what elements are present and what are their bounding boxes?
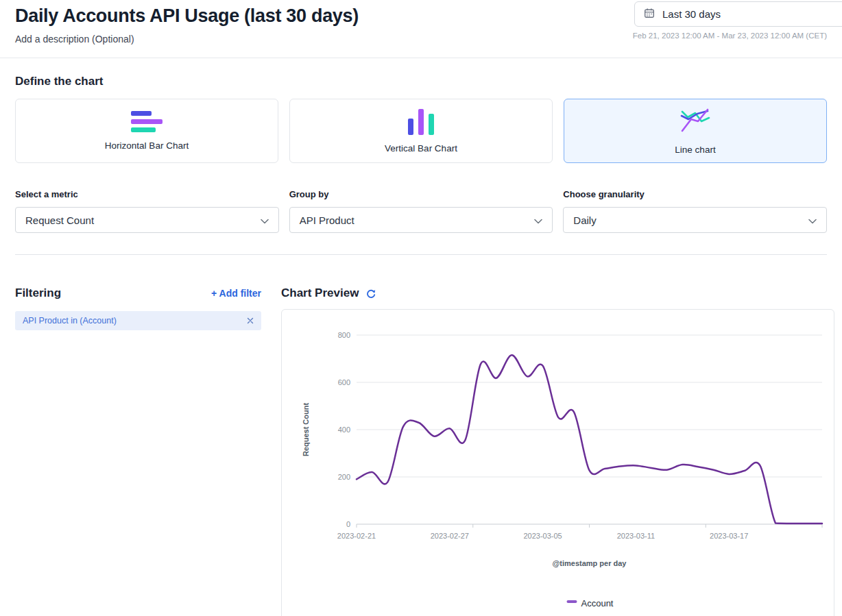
group-by-value: API Product [300,214,354,226]
granularity-select[interactable]: Daily [563,207,827,233]
date-range-picker[interactable]: Last 30 days [634,1,842,27]
chart-type-cards: Horizontal Bar Chart Vertical Bar Chart … [15,99,827,163]
line-chart-icon [679,108,711,136]
define-chart-heading: Define the chart [15,75,827,88]
section-divider [15,254,827,255]
metric-control: Select a metric Request Count [15,189,279,233]
group-by-select[interactable]: API Product [289,207,553,233]
group-by-label: Group by [289,189,553,199]
filter-chip[interactable]: API Product in (Account) [15,311,261,330]
preview-chart-svg: 02004006008002023-02-212023-02-272023-03… [282,310,834,616]
date-range-label: Last 30 days [662,8,721,20]
svg-text:2023-03-05: 2023-03-05 [523,532,562,540]
svg-text:600: 600 [338,378,350,386]
metric-value: Request Count [25,214,94,226]
svg-text:800: 800 [338,331,350,339]
add-filter-button[interactable]: + Add filter [211,288,261,299]
chart-type-line[interactable]: Line chart [564,99,827,163]
svg-text:2023-03-17: 2023-03-17 [710,532,748,540]
chevron-down-icon [534,214,542,226]
chart-preview-heading: Chart Preview [281,286,359,300]
filtering-heading: Filtering [15,286,61,300]
chart-type-label: Vertical Bar Chart [385,143,457,153]
granularity-label: Choose granularity [563,189,827,199]
refresh-icon[interactable] [365,288,376,299]
vertical-bar-chart-icon [408,109,434,135]
svg-text:2023-02-21: 2023-02-21 [337,532,376,540]
granularity-value: Daily [573,214,596,226]
svg-text:0: 0 [346,520,350,528]
svg-text:@timestamp per day: @timestamp per day [553,559,627,567]
chart-type-label: Line chart [675,145,715,155]
chart-preview-box: 02004006008002023-02-212023-02-272023-03… [281,309,834,616]
horizontal-bar-chart-icon [131,111,163,132]
filter-chip-text: API Product in (Account) [23,316,117,325]
svg-text:Account: Account [581,598,614,608]
group-by-control: Group by API Product [289,189,553,233]
svg-text:400: 400 [338,426,350,434]
metric-label: Select a metric [15,189,279,199]
chevron-down-icon [808,214,817,226]
chart-preview-panel: Chart Preview 02004006008002023-02-21202… [281,286,834,616]
chart-type-label: Horizontal Bar Chart [105,140,189,151]
calendar-icon [644,8,655,21]
svg-text:2023-03-11: 2023-03-11 [617,532,655,540]
chevron-down-icon [261,214,269,226]
granularity-control: Choose granularity Daily [563,189,827,233]
close-icon[interactable] [247,317,254,324]
chart-type-vertical-bar[interactable]: Vertical Bar Chart [289,99,553,163]
filtering-panel: Filtering + Add filter API Product in (A… [15,286,261,616]
header-divider [0,58,842,58]
svg-text:200: 200 [338,473,350,481]
chart-type-horizontal-bar[interactable]: Horizontal Bar Chart [15,99,278,163]
svg-text:2023-02-27: 2023-02-27 [431,532,469,540]
date-range-text: Feb 21, 2023 12:00 AM - Mar 23, 2023 12:… [633,32,827,40]
metric-select[interactable]: Request Count [15,207,279,233]
svg-text:Request Count: Request Count [302,403,310,457]
